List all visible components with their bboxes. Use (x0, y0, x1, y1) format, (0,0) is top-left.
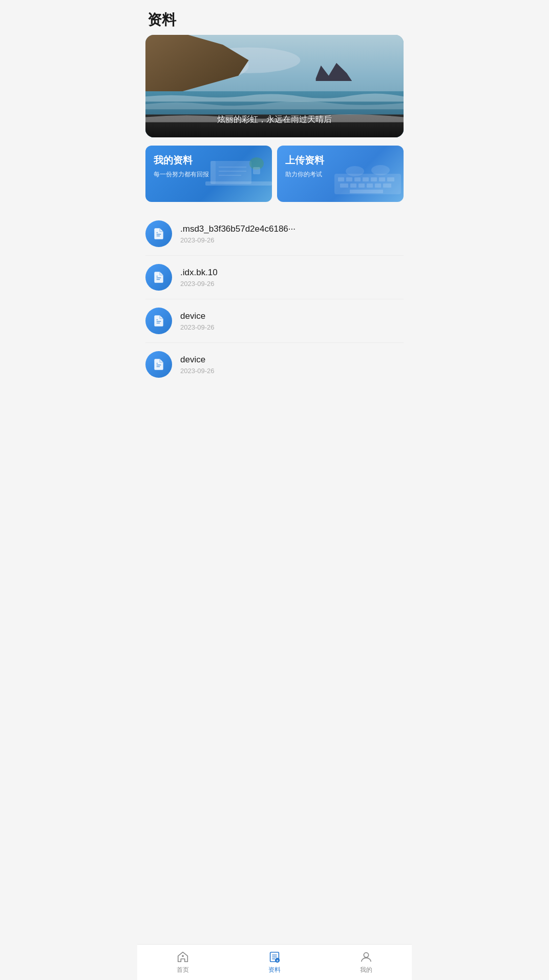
file-info-0: .msd3_b3f36b57d2e4c6186··· 2023-09-26 (180, 224, 404, 244)
upload-materials-card[interactable]: 上传资料 助力你的考试 (277, 146, 404, 202)
banner-text: 炫丽的彩虹，永远在雨过天晴后 (217, 114, 332, 125)
file-icon-0 (145, 220, 172, 247)
upload-materials-title: 上传资料 (285, 154, 395, 167)
file-info-1: .idx.bk.10 2023-09-26 (180, 268, 404, 288)
banner-section: 炫丽的彩虹，永远在雨过天晴后 (137, 35, 412, 137)
file-date-3: 2023-09-26 (180, 367, 404, 375)
file-name-2: device (180, 311, 404, 321)
list-item[interactable]: device 2023-09-26 (145, 343, 404, 386)
banner[interactable]: 炫丽的彩虹，永远在雨过天晴后 (145, 35, 404, 137)
my-materials-subtitle: 每一份努力都有回报 (154, 170, 264, 179)
my-materials-title: 我的资料 (154, 154, 264, 167)
my-materials-card[interactable]: 我的资料 每一份努力都有回报 (145, 146, 272, 202)
file-info-2: device 2023-09-26 (180, 311, 404, 331)
file-list: .msd3_b3f36b57d2e4c6186··· 2023-09-26 .i… (137, 212, 412, 386)
file-date-0: 2023-09-26 (180, 236, 404, 244)
file-icon-1 (145, 264, 172, 291)
file-info-3: device 2023-09-26 (180, 355, 404, 375)
quick-actions: 我的资料 每一份努力都有回报 (137, 146, 412, 202)
list-item[interactable]: .msd3_b3f36b57d2e4c6186··· 2023-09-26 (145, 212, 404, 256)
list-item[interactable]: .idx.bk.10 2023-09-26 (145, 256, 404, 299)
file-date-1: 2023-09-26 (180, 280, 404, 288)
file-date-2: 2023-09-26 (180, 323, 404, 331)
file-icon-2 (145, 308, 172, 334)
page-title: 资料 (147, 10, 402, 30)
file-icon-3 (145, 351, 172, 378)
file-name-3: device (180, 355, 404, 365)
file-name-0: .msd3_b3f36b57d2e4c6186··· (180, 224, 404, 234)
upload-materials-subtitle: 助力你的考试 (285, 170, 395, 179)
file-name-1: .idx.bk.10 (180, 268, 404, 278)
header: 资料 (137, 0, 412, 35)
list-item[interactable]: device 2023-09-26 (145, 299, 404, 343)
